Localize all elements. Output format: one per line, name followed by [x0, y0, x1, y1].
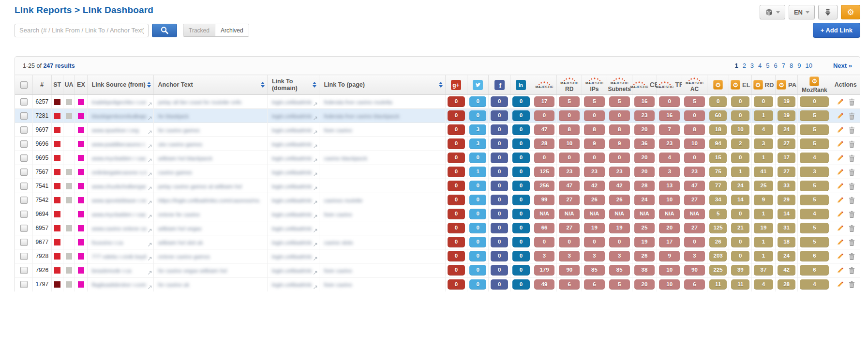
external-link-icon[interactable] [148, 214, 152, 220]
delete-button[interactable] [849, 126, 855, 134]
row-checkbox[interactable] [20, 154, 28, 162]
edit-button[interactable] [837, 183, 844, 190]
language-button[interactable]: EN [789, 5, 815, 19]
page-link-4[interactable]: 4 [758, 62, 762, 69]
sort-icon[interactable] [147, 82, 151, 88]
tracked-tab[interactable]: Tracked [183, 24, 215, 36]
external-link-icon[interactable] [148, 115, 152, 122]
external-link-icon[interactable] [148, 284, 152, 291]
page-link-8[interactable]: 8 [790, 62, 793, 69]
edit-button[interactable] [837, 253, 844, 260]
edit-button[interactable] [837, 211, 844, 218]
external-link-icon[interactable] [313, 129, 317, 136]
external-link-icon[interactable] [148, 228, 152, 234]
edit-button[interactable] [837, 168, 844, 176]
sort-icon[interactable] [439, 82, 443, 88]
page-link-9[interactable]: 9 [797, 62, 801, 69]
edit-button[interactable] [837, 140, 844, 148]
page-link-3[interactable]: 3 [750, 62, 754, 69]
edit-button[interactable] [837, 267, 844, 274]
col-link-to-page[interactable]: Link To (page) [319, 75, 446, 95]
row-checkbox[interactable] [20, 267, 28, 274]
col-anchor-text[interactable]: Anchor Text [153, 75, 267, 95]
external-link-icon[interactable] [148, 185, 152, 192]
external-link-icon[interactable] [313, 228, 317, 234]
external-link-icon[interactable] [148, 101, 152, 108]
add-link-button[interactable]: + Add Link [813, 23, 860, 38]
delete-button[interactable] [849, 197, 855, 204]
row-checkbox[interactable] [20, 197, 28, 204]
settings-button[interactable]: ⚙ [841, 5, 860, 19]
page-link-5[interactable]: 5 [766, 62, 769, 69]
next-page-link[interactable]: Next » [833, 62, 852, 69]
edit-button[interactable] [837, 98, 844, 106]
edit-button[interactable] [837, 225, 844, 232]
row-checkbox[interactable] [20, 281, 28, 288]
delete-button[interactable] [849, 154, 855, 162]
external-link-icon[interactable] [148, 256, 152, 262]
edit-button[interactable] [837, 197, 844, 204]
page-link-6[interactable]: 6 [774, 62, 778, 69]
sort-icon[interactable] [261, 82, 265, 88]
external-link-icon[interactable] [148, 270, 152, 276]
delete-button[interactable] [849, 239, 855, 246]
row-checkbox[interactable] [20, 140, 28, 148]
page-link-2[interactable]: 2 [743, 62, 746, 69]
edit-button[interactable] [837, 112, 844, 120]
external-link-icon[interactable] [148, 242, 152, 248]
delete-button[interactable] [849, 225, 855, 232]
delete-button[interactable] [849, 211, 855, 218]
external-link-icon[interactable] [313, 284, 317, 291]
external-link-icon[interactable] [313, 171, 317, 178]
bulk-actions-button[interactable] [760, 5, 785, 19]
delete-button[interactable] [849, 281, 855, 288]
page-link-1[interactable]: 1 [734, 62, 738, 69]
delete-button[interactable] [849, 253, 855, 260]
delete-button[interactable] [849, 183, 855, 190]
download-button[interactable] [818, 5, 838, 19]
page-link-7[interactable]: 7 [782, 62, 785, 69]
external-link-icon[interactable] [148, 157, 152, 164]
edit-button[interactable] [837, 126, 844, 134]
row-checkbox[interactable] [20, 253, 28, 260]
row-checkbox[interactable] [20, 168, 28, 176]
external-link-icon[interactable] [313, 143, 317, 150]
majestic-metric: N/A [609, 209, 630, 219]
row-checkbox[interactable] [20, 225, 28, 232]
external-link-icon[interactable] [148, 129, 152, 136]
external-link-icon[interactable] [313, 270, 317, 276]
external-link-icon[interactable] [313, 214, 317, 220]
delete-button[interactable] [849, 112, 855, 120]
row-checkbox[interactable] [20, 239, 28, 246]
external-link-icon[interactable] [313, 185, 317, 192]
delete-button[interactable] [849, 98, 855, 106]
col-link-to-domain[interactable]: Link To (domain) [267, 75, 319, 95]
external-link-icon[interactable] [313, 199, 317, 206]
page-link-10[interactable]: 10 [806, 62, 812, 69]
external-link-icon[interactable] [313, 256, 317, 262]
delete-button[interactable] [849, 267, 855, 274]
edit-button[interactable] [837, 239, 844, 246]
row-checkbox[interactable] [20, 98, 28, 106]
search-button[interactable] [152, 24, 177, 37]
external-link-icon[interactable] [313, 115, 317, 122]
external-link-icon[interactable] [313, 101, 317, 108]
delete-button[interactable] [849, 140, 855, 148]
edit-button[interactable] [837, 281, 844, 288]
row-checkbox[interactable] [20, 211, 28, 218]
archived-tab[interactable]: Archived [215, 24, 249, 36]
external-link-icon[interactable] [148, 199, 152, 206]
row-checkbox[interactable] [20, 126, 28, 134]
external-link-icon[interactable] [148, 143, 152, 150]
sort-icon[interactable] [313, 82, 316, 88]
edit-button[interactable] [837, 154, 844, 162]
select-all-checkbox[interactable] [20, 81, 28, 89]
search-input[interactable] [15, 24, 149, 37]
col-link-source[interactable]: Link Source (from) [87, 75, 153, 95]
external-link-icon[interactable] [148, 171, 152, 178]
row-checkbox[interactable] [20, 183, 28, 190]
row-checkbox[interactable] [20, 112, 28, 120]
delete-button[interactable] [849, 168, 855, 176]
external-link-icon[interactable] [313, 157, 317, 164]
external-link-icon[interactable] [313, 242, 317, 248]
